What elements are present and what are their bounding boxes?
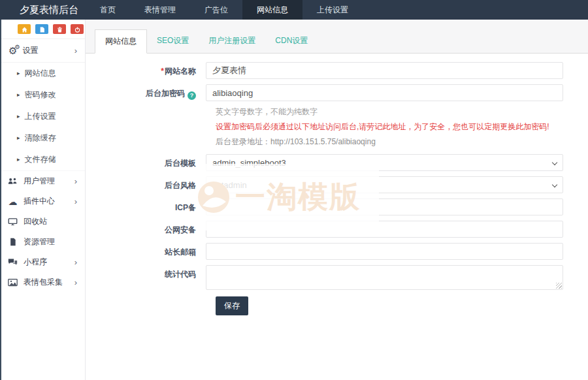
tab-site-info[interactable]: 网站信息 (95, 29, 147, 54)
tab-user-register-settings[interactable]: 用户注册设置 (199, 29, 265, 54)
sidebar-quick-buttons (0, 20, 85, 39)
tab-cdn-settings[interactable]: CDN设置 (265, 29, 318, 54)
chevron-right-icon: › (74, 197, 77, 206)
cloud-icon: ☁ (7, 197, 18, 206)
sidebar-item-emoji-pack-collect[interactable]: 表情包采集 › (0, 272, 85, 293)
admin-template-label: 后台模板 (86, 154, 206, 171)
top-menu: 首页 表情管理 广告位 网站信息 上传设置 (86, 0, 363, 20)
icp-input[interactable] (206, 198, 563, 215)
trash-button[interactable] (53, 24, 66, 34)
power-icon (74, 24, 80, 35)
police-record-label: 公网安备 (86, 221, 206, 238)
sidebar-item-recycle-bin[interactable]: 回收站 (0, 212, 85, 232)
chevron-right-icon: › (74, 258, 77, 266)
resize-grip[interactable] (556, 283, 562, 289)
sidebar-item-plugin-center[interactable]: ☁ 插件中心 › (0, 191, 85, 212)
cogs-icon: ⚙⚙ (8, 46, 17, 55)
home-button[interactable] (18, 24, 31, 34)
nav-item-home[interactable]: 首页 (86, 0, 130, 20)
police-record-input[interactable] (206, 221, 563, 238)
admin-style-label: 后台风格 (86, 176, 206, 193)
app-title[interactable]: 夕夏表情后台 (0, 0, 86, 20)
caret-right-icon: ▸ (17, 135, 20, 141)
admin-password-input[interactable] (206, 84, 563, 101)
sidebar-item-file-storage[interactable]: ▸ 文件存储 (0, 149, 85, 170)
top-navbar: 夕夏表情后台 首页 表情管理 广告位 网站信息 上传设置 (0, 0, 588, 20)
nav-item-site-info[interactable]: 网站信息 (242, 0, 302, 20)
caret-right-icon: ▸ (17, 157, 20, 163)
sidebar: ⚙⚙ 设置 › ▸ 网站信息 ▸ 密码修改 ▸ 上传设置 ▸ 清除缓存 ▸ (0, 20, 86, 380)
caret-right-icon: ▸ (17, 92, 20, 98)
webmaster-email-label: 站长邮箱 (86, 243, 206, 260)
sidebar-item-password-change[interactable]: ▸ 密码修改 (0, 84, 85, 106)
admin-style-select[interactable]: flatadmin (206, 176, 563, 193)
comments-icon (7, 257, 18, 267)
sidebar-item-upload-settings[interactable]: ▸ 上传设置 (0, 106, 85, 127)
settings-submenu: ▸ 网站信息 ▸ 密码修改 ▸ 上传设置 ▸ 清除缓存 ▸ 文件存储 (0, 63, 85, 171)
image-icon (7, 277, 18, 287)
help-icon[interactable]: ? (188, 91, 196, 100)
users-icon (7, 176, 18, 186)
chevron-right-icon: › (74, 177, 77, 185)
nav-item-upload-settings[interactable]: 上传设置 (302, 0, 363, 20)
save-button[interactable]: 保存 (216, 296, 248, 315)
password-hint-text: 英文字母数字，不能为纯数字 (216, 106, 588, 118)
document-icon (7, 237, 18, 247)
stats-code-textarea[interactable] (206, 265, 563, 290)
sidebar-item-settings[interactable]: ⚙⚙ 设置 › (0, 39, 85, 63)
main-content: 网站信息 SEO设置 用户注册设置 CDN设置 *网站名称 后台加密码? 英文字… (86, 20, 588, 380)
chevron-right-icon: › (74, 278, 77, 287)
sidebar-item-user-manage[interactable]: 用户管理 › (0, 171, 85, 191)
site-name-label: *网站名称 (86, 62, 206, 79)
file-icon (39, 24, 45, 35)
sidebar-item-mini-program[interactable]: 小程序 › (0, 252, 85, 272)
window-left-edge (0, 20, 1, 380)
home-icon (22, 24, 27, 35)
sidebar-item-resource-manage[interactable]: 资源管理 (0, 232, 85, 252)
tab-bar: 网站信息 SEO设置 用户注册设置 CDN设置 (86, 20, 588, 54)
password-warning-text: 设置加密码后必须通过以下地址访问后台,请劳记此地址，为了安全，您也可以定期更换此… (216, 121, 588, 133)
password-hints: 英文字母数字，不能为纯数字 设置加密码后必须通过以下地址访问后台,请劳记此地址，… (86, 106, 588, 148)
caret-right-icon: ▸ (17, 71, 20, 76)
sidebar-item-site-info[interactable]: ▸ 网站信息 (0, 63, 85, 84)
required-asterisk: * (161, 67, 164, 76)
sidebar-item-clear-cache[interactable]: ▸ 清除缓存 (0, 127, 85, 149)
desktop-icon (7, 217, 18, 227)
site-name-input[interactable] (206, 62, 563, 79)
nav-item-emoji-manage[interactable]: 表情管理 (130, 0, 190, 20)
tab-seo-settings[interactable]: SEO设置 (147, 29, 199, 54)
sidebar-item-label: 设置 (22, 45, 74, 56)
trash-icon (57, 24, 63, 35)
webmaster-email-input[interactable] (206, 243, 563, 260)
admin-login-url: 后台登录地址：http://103.151.5.75/alibiaoqing (216, 136, 588, 148)
file-button[interactable] (35, 24, 48, 34)
stats-code-label: 统计代码 (86, 265, 206, 290)
admin-template-select[interactable]: admin_simpleboot3 (206, 154, 563, 171)
chevron-right-icon: › (74, 46, 77, 55)
power-button[interactable] (71, 24, 84, 34)
caret-right-icon: ▸ (17, 114, 20, 119)
nav-item-ads[interactable]: 广告位 (190, 0, 242, 20)
site-info-form: *网站名称 后台加密码? 英文字母数字，不能为纯数字 设置加密码后必须通过以下地… (86, 54, 588, 315)
admin-password-label: 后台加密码? (86, 84, 206, 101)
icp-label: ICP备 (86, 198, 206, 215)
